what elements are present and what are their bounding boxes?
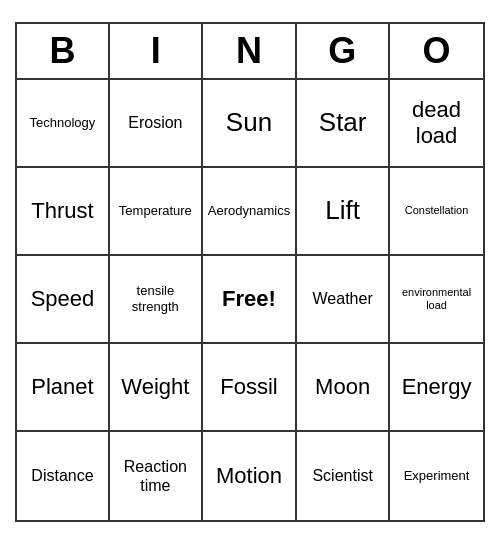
cell-text-5: Thrust (31, 198, 93, 224)
header-letter-n: N (203, 24, 296, 78)
bingo-cell-4: dead load (390, 80, 483, 168)
cell-text-4: dead load (395, 97, 478, 150)
cell-text-12: Free! (222, 286, 276, 312)
bingo-cell-15: Planet (17, 344, 110, 432)
bingo-cell-7: Aerodynamics (203, 168, 297, 256)
bingo-cell-8: Lift (297, 168, 390, 256)
header-letter-i: I (110, 24, 203, 78)
bingo-cell-6: Temperature (110, 168, 203, 256)
bingo-cell-20: Distance (17, 432, 110, 520)
cell-text-22: Motion (216, 463, 282, 489)
cell-text-13: Weather (313, 289, 373, 308)
cell-text-2: Sun (226, 107, 272, 138)
bingo-cell-3: Star (297, 80, 390, 168)
bingo-cell-13: Weather (297, 256, 390, 344)
cell-text-7: Aerodynamics (208, 203, 290, 219)
cell-text-8: Lift (325, 195, 360, 226)
bingo-cell-22: Motion (203, 432, 297, 520)
cell-text-15: Planet (31, 374, 93, 400)
bingo-grid: TechnologyErosionSunStardead loadThrustT… (17, 80, 483, 520)
bingo-header: BINGO (17, 24, 483, 80)
cell-text-19: Energy (402, 374, 472, 400)
bingo-cell-2: Sun (203, 80, 297, 168)
cell-text-1: Erosion (128, 113, 182, 132)
bingo-cell-16: Weight (110, 344, 203, 432)
bingo-cell-24: Experiment (390, 432, 483, 520)
bingo-cell-9: Constellation (390, 168, 483, 256)
bingo-card: BINGO TechnologyErosionSunStardead loadT… (15, 22, 485, 522)
bingo-cell-10: Speed (17, 256, 110, 344)
cell-text-10: Speed (31, 286, 95, 312)
bingo-cell-23: Scientist (297, 432, 390, 520)
bingo-cell-18: Moon (297, 344, 390, 432)
cell-text-11: tensile strength (115, 283, 196, 314)
bingo-cell-21: Reaction time (110, 432, 203, 520)
cell-text-23: Scientist (312, 466, 372, 485)
header-letter-g: G (297, 24, 390, 78)
cell-text-9: Constellation (405, 204, 469, 217)
bingo-cell-11: tensile strength (110, 256, 203, 344)
header-letter-b: B (17, 24, 110, 78)
cell-text-20: Distance (31, 466, 93, 485)
bingo-cell-1: Erosion (110, 80, 203, 168)
bingo-cell-14: environmental load (390, 256, 483, 344)
bingo-cell-0: Technology (17, 80, 110, 168)
cell-text-21: Reaction time (115, 457, 196, 495)
cell-text-18: Moon (315, 374, 370, 400)
cell-text-0: Technology (30, 115, 96, 131)
cell-text-3: Star (319, 107, 367, 138)
cell-text-14: environmental load (395, 286, 478, 312)
bingo-cell-17: Fossil (203, 344, 297, 432)
cell-text-24: Experiment (404, 468, 470, 484)
cell-text-17: Fossil (220, 374, 277, 400)
cell-text-16: Weight (121, 374, 189, 400)
header-letter-o: O (390, 24, 483, 78)
bingo-cell-19: Energy (390, 344, 483, 432)
bingo-cell-5: Thrust (17, 168, 110, 256)
cell-text-6: Temperature (119, 203, 192, 219)
bingo-cell-12: Free! (203, 256, 297, 344)
